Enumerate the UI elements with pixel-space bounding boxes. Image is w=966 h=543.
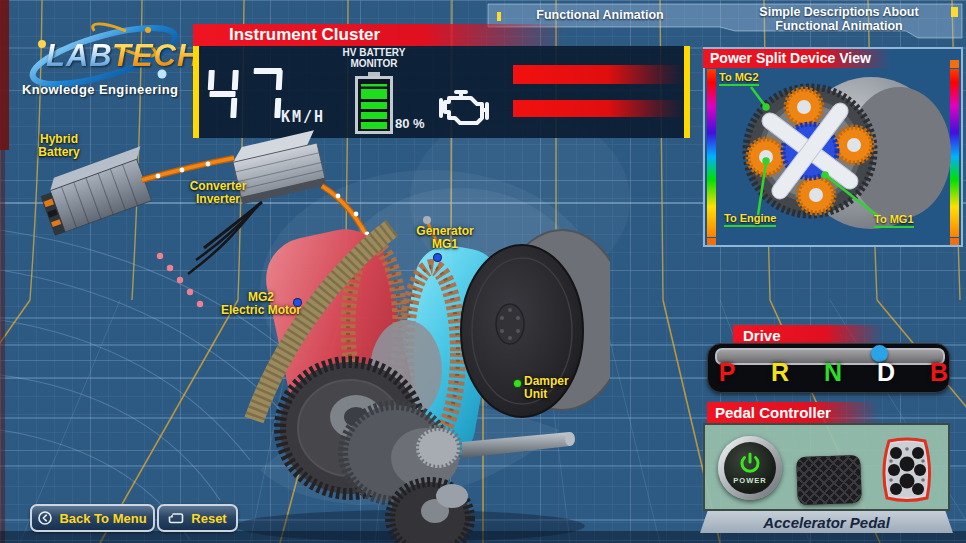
reset-label: Reset xyxy=(191,511,226,526)
hv-battery-label-line2: MONITOR xyxy=(328,58,420,69)
instrument-cluster-panel: KM/H HV BATTERY MONITOR 80 % xyxy=(193,46,690,138)
gear-selector-panel: P R N D B xyxy=(707,343,950,393)
label-damper-unit[interactable]: Damper Unit xyxy=(524,375,580,401)
battery-gauge xyxy=(355,72,393,134)
tab-simple-descriptions-line1: Simple Descriptions About xyxy=(716,5,962,19)
back-to-menu-label: Back To Menu xyxy=(59,511,146,526)
instrument-cluster-title-text: Instrument Cluster xyxy=(229,25,380,44)
label-to-engine: To Engine xyxy=(724,212,776,227)
label-generator-l2: MG1 xyxy=(405,238,485,251)
hybrid-battery-model[interactable] xyxy=(36,146,159,236)
marker-mg2[interactable] xyxy=(293,298,302,307)
power-button-label: POWER xyxy=(733,476,766,485)
back-arrow-icon xyxy=(38,511,52,525)
label-converter-inverter[interactable]: Converter Inverter xyxy=(182,180,254,206)
tab-functional-animation[interactable]: Functional Animation xyxy=(488,8,712,22)
label-to-mg2: To MG2 xyxy=(719,71,759,86)
gauge-bar-top xyxy=(513,65,685,84)
pedal-controller-title-text: Pedal Controller xyxy=(715,404,831,421)
label-mg2-l2: Electric Motor xyxy=(218,304,304,317)
tab-simple-descriptions-line2: Functional Animation xyxy=(716,19,962,33)
power-split-title: Power Split Device View xyxy=(703,49,891,68)
reset-button[interactable]: Reset xyxy=(157,504,238,532)
panel-edge-left xyxy=(193,46,199,138)
gear-b[interactable]: B xyxy=(926,358,952,387)
pedal-controller-panel: POWER xyxy=(703,423,950,511)
label-damper-l2: Unit xyxy=(524,388,580,401)
accelerator-pedal[interactable] xyxy=(877,437,937,503)
tab-simple-descriptions[interactable]: Simple Descriptions About Functional Ani… xyxy=(716,5,962,33)
power-split-title-text: Power Split Device View xyxy=(710,50,871,66)
pedal-controller-title: Pedal Controller xyxy=(707,402,879,424)
label-mg2-electric-motor[interactable]: MG2 Electric Motor xyxy=(218,291,304,317)
reset-loop-icon xyxy=(168,512,184,525)
pedal-caption-text: Accelerator Pedal xyxy=(763,514,890,531)
label-hybrid-battery-l2: Battery xyxy=(28,146,90,159)
speed-display xyxy=(205,66,285,122)
label-converter-l2: Inverter xyxy=(182,193,254,206)
label-hybrid-battery[interactable]: Hybrid Battery xyxy=(28,133,90,159)
panel-edge-right xyxy=(684,46,690,138)
back-to-menu-button[interactable]: Back To Menu xyxy=(30,504,155,532)
brake-pedal[interactable] xyxy=(796,455,862,505)
hv-battery-label-line1: HV BATTERY xyxy=(328,47,420,58)
engine-warning-icon xyxy=(436,84,492,126)
drive-label-text: Drive xyxy=(743,327,781,344)
pedal-caption-bar: Accelerator Pedal xyxy=(700,511,953,533)
brake-pedal-texture xyxy=(796,455,862,505)
gear-p[interactable]: P xyxy=(714,358,740,387)
gear-d[interactable]: D xyxy=(873,358,899,387)
power-button-face: POWER xyxy=(724,442,776,494)
marker-damper[interactable] xyxy=(513,379,522,388)
speed-unit: KM/H xyxy=(281,108,325,126)
logo-tagline: Knowledge Engineering xyxy=(22,82,202,97)
app-root: { "logo": { "lab": "LAB", "tech": "TECH"… xyxy=(0,0,966,543)
instrument-cluster-title: Instrument Cluster xyxy=(193,24,565,46)
gear-r[interactable]: R xyxy=(767,358,793,387)
label-generator-mg1[interactable]: Generator MG1 xyxy=(405,225,485,251)
gauge-bar-bottom xyxy=(513,100,685,117)
counter-gear-model[interactable] xyxy=(390,482,470,543)
hv-battery-label: HV BATTERY MONITOR xyxy=(328,47,420,69)
power-button[interactable]: POWER xyxy=(718,436,782,500)
powertrain-3d-scene[interactable] xyxy=(30,128,610,543)
label-to-mg1: To MG1 xyxy=(874,213,914,228)
power-icon xyxy=(738,451,762,475)
marker-generator-mg1[interactable] xyxy=(433,253,442,262)
hv-cable-battery-inverter xyxy=(142,158,234,180)
gear-n[interactable]: N xyxy=(820,358,846,387)
